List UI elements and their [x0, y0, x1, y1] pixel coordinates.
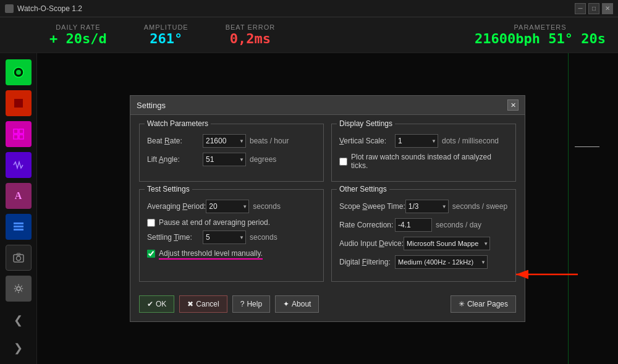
- averaging-period-label: Averaging Period:: [147, 202, 206, 211]
- dialog-title-bar: Settings ✕: [130, 96, 525, 115]
- amplitude-label: AMPLITUDE: [144, 23, 188, 31]
- beat-rate-row: Beat Rate: 21600 18000 19800 25200 28800…: [147, 134, 316, 148]
- rate-correction-label: Rate Correction:: [339, 221, 395, 229]
- watch-parameters-section: Watch Parameters Beat Rate: 21600 18000 …: [139, 124, 324, 182]
- dialog-close-button[interactable]: ✕: [507, 99, 519, 111]
- scope-sweep-label: Scope Sweep Time:: [339, 202, 405, 211]
- sidebar-btn-list[interactable]: [6, 214, 32, 240]
- svg-point-13: [17, 287, 20, 290]
- sidebar-btn-text[interactable]: A: [6, 183, 32, 209]
- beat-error-label: BEAT ERROR: [226, 23, 276, 31]
- scope-sweep-select[interactable]: 1/3 1/8 1/4 1/2 1 2: [405, 200, 449, 213]
- audio-input-select[interactable]: Microsoft Sound Mapper - Inpu: [404, 237, 490, 250]
- window-controls: ─ □ ✕: [575, 3, 613, 14]
- svg-rect-7: [14, 222, 23, 224]
- about-label: About: [292, 300, 311, 308]
- dialog-body: Watch Parameters Beat Rate: 21600 18000 …: [130, 115, 525, 290]
- adjust-threshold-label: Adjust threshold level manually.: [159, 249, 263, 258]
- lift-angle-label: Lift Angle:: [147, 155, 203, 164]
- settling-time-label: Settling Time:: [147, 233, 203, 242]
- sidebar-btn-camera[interactable]: [6, 245, 32, 271]
- scope-sweep-unit: seconds / sweep: [452, 202, 507, 211]
- beat-rate-label: Beat Rate:: [147, 137, 203, 145]
- scope-sweep-select-wrapper: 1/3 1/8 1/4 1/2 1 2: [405, 200, 449, 213]
- other-settings-title: Other Settings: [337, 185, 389, 193]
- plot-raw-row: Plot raw watch sounds instead of analyze…: [339, 153, 508, 170]
- settling-time-unit: seconds: [250, 233, 277, 242]
- watch-parameters-title: Watch Parameters: [145, 119, 211, 128]
- help-label: Help: [247, 300, 262, 308]
- plot-raw-checkbox[interactable]: [339, 158, 347, 166]
- svg-rect-9: [14, 229, 23, 231]
- pause-checkbox[interactable]: [147, 219, 155, 227]
- title-bar: Watch-O-Scope 1.2 ─ □ ✕: [0, 0, 618, 17]
- adjust-threshold-checkbox[interactable]: [147, 250, 155, 258]
- digital-filtering-select-wrapper: Medium (400Hz - 12kHz) None Low (200Hz -…: [395, 255, 488, 269]
- ok-checkmark-icon: ✔: [147, 300, 153, 308]
- main-layout: A ❮ ❯: [0, 53, 618, 364]
- beat-rate-unit: beats / hour: [250, 137, 289, 145]
- lift-angle-select-wrapper: 51 40 45 48 50 52 53 55 58: [203, 153, 246, 166]
- sidebar-arrow-up[interactable]: ❮: [6, 310, 32, 330]
- digital-filtering-row: Digital Filtering: Medium (400Hz - 12kHz…: [339, 255, 508, 269]
- beat-error-value: 0,2ms: [226, 31, 276, 46]
- vertical-scale-label: Vertical Scale:: [339, 137, 395, 145]
- beat-rate-select-wrapper: 21600 18000 19800 25200 28800 36000: [203, 134, 246, 148]
- about-icon: ✦: [283, 300, 289, 308]
- dialog-overlay: Settings ✕ Watch Parameters Beat Rate: 2…: [37, 53, 618, 364]
- display-settings-title: Display Settings: [337, 119, 395, 128]
- cancel-x-icon: ✖: [187, 300, 193, 308]
- cancel-label: Cancel: [196, 300, 219, 308]
- audio-input-row: Audio Input Device: Microsoft Sound Mapp…: [339, 237, 508, 250]
- clear-pages-icon: ✳: [459, 300, 465, 308]
- settling-time-select-wrapper: 5 1 2 10: [203, 231, 246, 244]
- vertical-scale-select-wrapper: 1 2 4 8: [395, 134, 438, 148]
- maximize-button[interactable]: □: [588, 3, 599, 14]
- test-settings-section: Test Settings Averaging Period: 20 5 10 …: [139, 189, 324, 282]
- daily-rate-metric: DAILY RATE + 20s/d: [49, 23, 107, 46]
- pause-label: Pause at end of averaging period.: [159, 218, 270, 227]
- digital-filtering-select[interactable]: Medium (400Hz - 12kHz) None Low (200Hz -…: [395, 255, 488, 269]
- settling-time-select[interactable]: 5 1 2 10: [203, 231, 246, 244]
- app-icon: [5, 4, 14, 13]
- ok-button[interactable]: ✔ OK: [139, 295, 174, 313]
- content-area: Settings ✕ Watch Parameters Beat Rate: 2…: [37, 53, 618, 364]
- sidebar: A ❮ ❯: [0, 53, 37, 364]
- averaging-period-select-wrapper: 20 5 10 30 60: [206, 200, 249, 213]
- about-button[interactable]: ✦ About: [275, 295, 319, 313]
- dialog-title: Settings: [137, 101, 166, 110]
- settling-time-row: Settling Time: 5 1 2 10 seconds: [147, 231, 316, 244]
- sidebar-btn-record[interactable]: [6, 59, 32, 85]
- rate-correction-row: Rate Correction: seconds / day: [339, 218, 508, 232]
- sidebar-arrow-down[interactable]: ❯: [6, 338, 32, 358]
- ok-label: OK: [156, 300, 166, 308]
- cancel-button[interactable]: ✖ Cancel: [179, 295, 227, 313]
- help-icon: ?: [240, 300, 245, 308]
- sidebar-btn-grid[interactable]: [6, 121, 32, 147]
- audio-input-label: Audio Input Device:: [339, 239, 404, 248]
- other-settings-section: Other Settings Scope Sweep Time: 1/3 1/8…: [331, 189, 516, 282]
- clear-pages-button[interactable]: ✳ Clear Pages: [451, 295, 516, 313]
- vertical-scale-select[interactable]: 1 2 4 8: [395, 134, 438, 148]
- pause-row: Pause at end of averaging period.: [147, 218, 316, 227]
- sidebar-btn-stop[interactable]: [6, 90, 32, 116]
- averaging-period-select[interactable]: 20 5 10 30 60: [206, 200, 249, 213]
- beat-rate-select[interactable]: 21600 18000 19800 25200 28800 36000: [203, 134, 246, 148]
- audio-input-select-wrapper: Microsoft Sound Mapper - Inpu: [404, 237, 490, 250]
- lift-angle-select[interactable]: 51 40 45 48 50 52 53 55 58: [203, 153, 246, 166]
- svg-rect-8: [14, 226, 23, 227]
- minimize-button[interactable]: ─: [575, 3, 586, 14]
- sidebar-btn-waveform[interactable]: [6, 152, 32, 178]
- close-button[interactable]: ✕: [602, 3, 613, 14]
- lift-angle-row: Lift Angle: 51 40 45 48 50 52 53: [147, 153, 316, 166]
- rate-correction-input[interactable]: [395, 218, 432, 232]
- display-settings-section: Display Settings Vertical Scale: 1 2 4 8: [331, 124, 516, 182]
- sidebar-btn-gear[interactable]: [6, 276, 32, 302]
- daily-rate-value: + 20s/d: [49, 31, 107, 46]
- help-button[interactable]: ? Help: [232, 295, 270, 313]
- scope-sweep-row: Scope Sweep Time: 1/3 1/8 1/4 1/2 1 2: [339, 200, 508, 213]
- settings-dialog: Settings ✕ Watch Parameters Beat Rate: 2…: [130, 95, 525, 322]
- svg-rect-5: [14, 135, 18, 139]
- lift-angle-unit: degrees: [250, 155, 276, 164]
- svg-rect-6: [19, 135, 23, 139]
